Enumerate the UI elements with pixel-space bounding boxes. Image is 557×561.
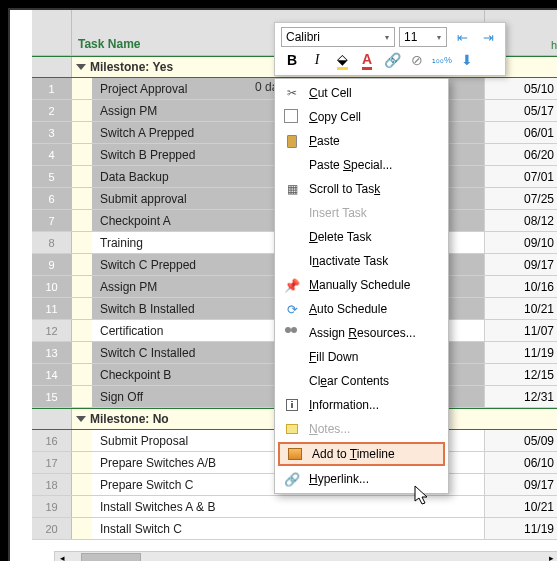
row-number[interactable]: 5 <box>32 166 72 187</box>
date-cell[interactable]: 07/01 <box>485 166 557 187</box>
date-cell[interactable]: 05/10 <box>485 78 557 99</box>
unlink-button[interactable]: ⊘ <box>406 49 428 71</box>
date-cell[interactable]: 10/21 <box>485 298 557 319</box>
scroll-thumb[interactable] <box>81 553 141 561</box>
row-number[interactable]: 12 <box>32 320 72 341</box>
row-number[interactable]: 1 <box>32 78 72 99</box>
date-cell[interactable]: 05/17 <box>485 100 557 121</box>
task-name-text: Submit Proposal <box>92 434 188 448</box>
date-cell[interactable]: 11/07 <box>485 320 557 341</box>
context-menu: Cut Cell Copy Cell Paste Paste Special..… <box>274 78 449 494</box>
task-name-text: Install Switch C <box>92 522 182 536</box>
task-name-text: Assign PM <box>92 104 157 118</box>
scroll-left-arrow[interactable]: ◂ <box>55 552 69 561</box>
task-name-text: Switch A Prepped <box>92 126 194 140</box>
date-cell[interactable]: 12/31 <box>485 386 557 407</box>
chevron-down-icon[interactable]: ▾ <box>381 29 393 45</box>
task-name-cell[interactable]: Install Switch C <box>72 518 485 539</box>
row-number[interactable]: 7 <box>32 210 72 231</box>
scroll-right-arrow[interactable]: ▸ <box>544 552 557 561</box>
collapse-icon[interactable] <box>76 416 86 422</box>
collapse-icon[interactable] <box>76 64 86 70</box>
row-number[interactable]: 13 <box>32 342 72 363</box>
info-icon: i <box>283 396 301 414</box>
menu-delete-task[interactable]: Delete Task <box>277 225 446 249</box>
people-icon <box>283 324 301 342</box>
menu-fill-down[interactable]: Fill Down <box>277 345 446 369</box>
row-number[interactable]: 20 <box>32 518 72 539</box>
row-number[interactable]: 9 <box>32 254 72 275</box>
task-name-text: Checkpoint A <box>92 214 171 228</box>
task-name-text: Data Backup <box>92 170 169 184</box>
menu-paste-special[interactable]: Paste Special... <box>277 153 446 177</box>
date-cell[interactable]: 09/17 <box>485 474 557 495</box>
menu-insert-task: Insert Task <box>277 201 446 225</box>
date-cell[interactable]: 08/12 <box>485 210 557 231</box>
menu-information[interactable]: iInformation... <box>277 393 446 417</box>
menu-notes: Notes... <box>277 417 446 441</box>
menu-paste[interactable]: Paste <box>277 129 446 153</box>
fill-color-button[interactable]: ⬙ <box>331 49 353 71</box>
timeline-icon <box>286 445 304 463</box>
task-name-text: Training <box>92 236 143 250</box>
menu-cut-cell[interactable]: Cut Cell <box>277 81 446 105</box>
task-drilldown-button[interactable]: ⬇ <box>456 49 478 71</box>
row-number[interactable]: 3 <box>32 122 72 143</box>
task-name-text: Submit approval <box>92 192 187 206</box>
date-cell[interactable]: 10/21 <box>485 496 557 517</box>
row-number[interactable]: 11 <box>32 298 72 319</box>
task-name-text: Switch B Prepped <box>92 148 195 162</box>
row-number-header[interactable] <box>32 10 72 55</box>
date-cell[interactable]: 10/16 <box>485 276 557 297</box>
row-number[interactable]: 15 <box>32 386 72 407</box>
table-row[interactable]: 20Install Switch C11/19 <box>32 518 557 540</box>
font-color-button[interactable]: A <box>356 49 378 71</box>
row-number[interactable]: 10 <box>32 276 72 297</box>
note-icon <box>283 420 301 438</box>
row-number[interactable]: 6 <box>32 188 72 209</box>
menu-add-to-timeline[interactable]: Add to Timeline <box>278 442 445 466</box>
row-number[interactable]: 8 <box>32 232 72 253</box>
date-cell[interactable]: 12/15 <box>485 364 557 385</box>
paste-icon <box>283 132 301 150</box>
date-cell[interactable]: 07/25 <box>485 188 557 209</box>
copy-icon <box>283 108 301 126</box>
app-window: GANTT CHART Task Name ▾ h Milestone: Yes… <box>8 8 557 561</box>
table-row[interactable]: 19Install Switches A & B10/21 <box>32 496 557 518</box>
group-rownum <box>32 57 72 77</box>
task-name-text: Checkpoint B <box>92 368 171 382</box>
date-cell[interactable]: 06/20 <box>485 144 557 165</box>
row-number[interactable]: 4 <box>32 144 72 165</box>
date-cell[interactable]: 11/19 <box>485 518 557 539</box>
font-size-select[interactable]: 11 ▾ <box>399 27 447 47</box>
menu-manually-schedule[interactable]: 📌Manually Schedule <box>277 273 446 297</box>
task-name-text: Switch C Prepped <box>92 258 196 272</box>
date-cell[interactable]: 05/09 <box>485 430 557 451</box>
date-cell[interactable]: 06/01 <box>485 122 557 143</box>
menu-clear-contents[interactable]: Clear Contents <box>277 369 446 393</box>
date-cell[interactable]: 09/10 <box>485 232 557 253</box>
percent-complete-button[interactable]: ₁₀₀% <box>431 49 453 71</box>
outdent-button[interactable]: ⇤ <box>451 26 473 48</box>
menu-auto-schedule[interactable]: ⟳Auto Schedule <box>277 297 446 321</box>
date-cell[interactable]: 09/17 <box>485 254 557 275</box>
menu-inactivate-task[interactable]: Inactivate Task <box>277 249 446 273</box>
indent-button[interactable]: ⇥ <box>477 26 499 48</box>
bold-button[interactable]: B <box>281 49 303 71</box>
row-number[interactable]: 18 <box>32 474 72 495</box>
row-number[interactable]: 2 <box>32 100 72 121</box>
menu-copy-cell[interactable]: Copy Cell <box>277 105 446 129</box>
date-cell[interactable]: 06/10 <box>485 452 557 473</box>
menu-scroll-to-task[interactable]: ▦Scroll to Task <box>277 177 446 201</box>
row-number[interactable]: 16 <box>32 430 72 451</box>
row-number[interactable]: 14 <box>32 364 72 385</box>
date-cell[interactable]: 11/19 <box>485 342 557 363</box>
link-button[interactable]: 🔗 <box>381 49 403 71</box>
row-number[interactable]: 17 <box>32 452 72 473</box>
horizontal-scrollbar[interactable]: ◂ ▸ <box>54 551 557 561</box>
italic-button[interactable]: I <box>306 49 328 71</box>
menu-assign-resources[interactable]: Assign Resources... <box>277 321 446 345</box>
chevron-down-icon[interactable]: ▾ <box>433 29 445 45</box>
row-number[interactable]: 19 <box>32 496 72 517</box>
font-name-select[interactable]: Calibri ▾ <box>281 27 395 47</box>
